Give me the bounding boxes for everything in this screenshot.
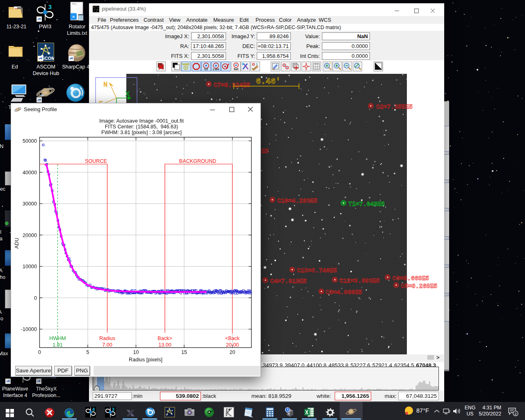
svg-text:SCOM: SCOM <box>42 56 55 61</box>
svg-text:10000: 10000 <box>23 264 37 269</box>
svg-text:C13=3.740E5: C13=3.740E5 <box>297 267 337 274</box>
svg-text:C5=8.268E5: C5=8.268E5 <box>401 283 437 290</box>
svg-text:20000: 20000 <box>23 233 37 238</box>
svg-text:30000: 30000 <box>23 201 37 207</box>
svg-text:20: 20 <box>229 349 235 355</box>
svg-text:0: 0 <box>38 349 41 355</box>
svg-text:C7=8.324E5: C7=8.324E5 <box>214 82 250 89</box>
svg-text:N: N <box>103 81 107 89</box>
svg-text:2: 2 <box>514 412 516 416</box>
svg-text:6.46': 6.46' <box>256 77 281 86</box>
svg-text:7.00: 7.00 <box>102 342 112 348</box>
svg-text:Back>: Back> <box>158 336 172 341</box>
svg-text:BACKGROUND: BACKGROUND <box>179 158 216 164</box>
svg-text:0: 0 <box>34 295 37 301</box>
svg-text:X: X <box>126 90 130 98</box>
svg-text:50000: 50000 <box>23 138 37 144</box>
svg-text:<Back: <Back <box>225 336 240 341</box>
svg-text:C2=7.355E5: C2=7.355E5 <box>376 103 413 111</box>
svg-text:40000: 40000 <box>23 170 37 176</box>
svg-text:3: 3 <box>112 407 114 412</box>
svg-text:C4=7.918E5: C4=7.918E5 <box>270 278 307 285</box>
svg-text:3: 3 <box>48 3 52 10</box>
svg-text:13.00: 13.00 <box>158 342 171 348</box>
svg-text:1.91: 1.91 <box>52 342 63 348</box>
svg-text:C8=4.960E5: C8=4.960E5 <box>326 289 362 296</box>
svg-text:C6=8.668E5: C6=8.668E5 <box>393 275 429 282</box>
svg-text:15: 15 <box>181 349 187 355</box>
svg-text:5: 5 <box>86 349 89 355</box>
svg-text:T1=7.048E5: T1=7.048E5 <box>348 201 385 208</box>
svg-text:HWHM: HWHM <box>49 336 66 341</box>
svg-text:E5: E5 <box>261 148 269 155</box>
svg-text:20.00: 20.00 <box>226 342 239 348</box>
svg-text:»: » <box>72 14 75 19</box>
svg-text:SOURCE: SOURCE <box>85 158 107 164</box>
svg-text:10: 10 <box>133 349 139 355</box>
svg-text:4: 4 <box>92 407 95 412</box>
svg-text:ADU: ADU <box>14 238 20 249</box>
svg-text:-10000: -10000 <box>21 326 37 332</box>
svg-text:C12=3.693E5: C12=3.693E5 <box>340 277 380 285</box>
svg-text:Radius [pixels]: Radius [pixels] <box>129 357 162 363</box>
svg-text:Radius: Radius <box>99 336 115 341</box>
svg-text:C10=4.263E5: C10=4.263E5 <box>277 197 317 205</box>
